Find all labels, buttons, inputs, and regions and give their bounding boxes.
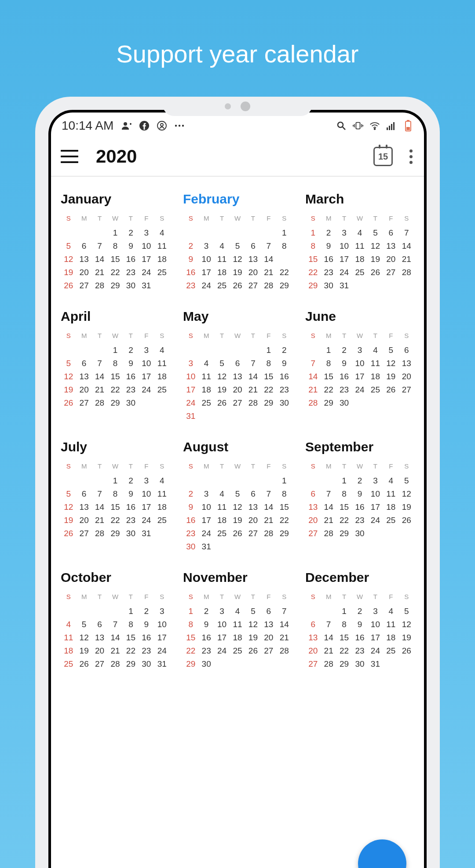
day-cell[interactable]: 19: [245, 631, 261, 644]
day-cell[interactable]: 12: [230, 501, 245, 514]
day-cell[interactable]: 6: [92, 618, 107, 631]
day-cell[interactable]: 4: [154, 474, 170, 487]
day-cell[interactable]: 16: [123, 253, 139, 266]
day-cell[interactable]: 26: [245, 644, 261, 657]
day-cell[interactable]: 27: [305, 527, 321, 540]
day-cell[interactable]: 27: [245, 527, 261, 540]
day-cell[interactable]: 16: [123, 370, 139, 383]
day-cell[interactable]: 18: [61, 644, 76, 657]
day-cell[interactable]: 6: [305, 618, 321, 631]
day-cell[interactable]: 29: [107, 396, 123, 410]
day-cell[interactable]: 19: [399, 501, 414, 514]
day-cell[interactable]: 15: [336, 501, 352, 514]
day-cell[interactable]: 30: [321, 279, 336, 292]
day-cell[interactable]: 7: [321, 618, 336, 631]
day-cell[interactable]: 20: [230, 383, 245, 396]
day-cell[interactable]: 25: [198, 396, 214, 410]
day-cell[interactable]: 9: [123, 357, 139, 370]
day-cell[interactable]: 20: [245, 514, 261, 527]
day-cell[interactable]: 3: [214, 605, 230, 618]
day-cell[interactable]: 19: [214, 383, 230, 396]
day-cell[interactable]: 9: [352, 487, 367, 501]
day-cell[interactable]: 4: [61, 618, 76, 631]
day-cell[interactable]: 29: [261, 396, 276, 410]
day-cell[interactable]: 7: [321, 487, 336, 501]
day-cell[interactable]: 28: [321, 527, 336, 540]
day-cell[interactable]: 12: [399, 618, 414, 631]
day-cell[interactable]: 28: [92, 527, 107, 540]
day-cell[interactable]: 23: [336, 383, 352, 396]
day-cell[interactable]: 7: [92, 240, 107, 253]
day-cell[interactable]: 3: [368, 605, 383, 618]
today-icon[interactable]: 15: [373, 147, 393, 166]
day-cell[interactable]: 14: [305, 370, 321, 383]
day-cell[interactable]: 9: [277, 357, 292, 370]
day-cell[interactable]: 10: [352, 357, 367, 370]
day-cell[interactable]: 14: [261, 253, 276, 266]
day-cell[interactable]: 24: [139, 266, 154, 279]
day-cell[interactable]: 8: [336, 618, 352, 631]
day-cell[interactable]: 1: [277, 474, 292, 487]
day-cell[interactable]: 19: [230, 266, 245, 279]
day-cell[interactable]: 19: [368, 253, 383, 266]
day-cell[interactable]: 3: [139, 226, 154, 240]
day-cell[interactable]: 28: [261, 279, 276, 292]
day-cell[interactable]: 26: [399, 644, 414, 657]
day-cell[interactable]: 17: [368, 501, 383, 514]
day-cell[interactable]: 5: [383, 344, 398, 357]
day-cell[interactable]: 27: [92, 657, 107, 671]
day-cell[interactable]: 30: [139, 657, 154, 671]
day-cell[interactable]: 6: [76, 487, 91, 501]
day-cell[interactable]: 21: [107, 644, 123, 657]
day-cell[interactable]: 12: [368, 240, 383, 253]
day-cell[interactable]: 15: [277, 501, 292, 514]
day-cell[interactable]: 13: [245, 501, 261, 514]
day-cell[interactable]: 27: [76, 279, 91, 292]
day-cell[interactable]: 20: [383, 253, 398, 266]
day-cell[interactable]: 2: [183, 487, 198, 501]
day-cell[interactable]: 4: [198, 357, 214, 370]
day-cell[interactable]: 21: [245, 383, 261, 396]
day-cell[interactable]: 24: [336, 266, 352, 279]
day-cell[interactable]: 6: [230, 357, 245, 370]
day-cell[interactable]: 22: [123, 644, 139, 657]
day-cell[interactable]: 25: [154, 266, 170, 279]
day-cell[interactable]: 21: [321, 514, 336, 527]
day-cell[interactable]: 31: [336, 279, 352, 292]
day-cell[interactable]: 24: [368, 514, 383, 527]
day-cell[interactable]: 19: [383, 370, 398, 383]
day-cell[interactable]: 12: [245, 618, 261, 631]
day-cell[interactable]: 6: [305, 487, 321, 501]
day-cell[interactable]: 2: [352, 605, 367, 618]
day-cell[interactable]: 15: [107, 501, 123, 514]
day-cell[interactable]: 25: [383, 514, 398, 527]
day-cell[interactable]: 13: [92, 631, 107, 644]
day-cell[interactable]: 4: [154, 226, 170, 240]
day-cell[interactable]: 30: [123, 396, 139, 410]
day-cell[interactable]: 30: [336, 396, 352, 410]
day-cell[interactable]: 25: [383, 644, 398, 657]
day-cell[interactable]: 9: [123, 240, 139, 253]
day-cell[interactable]: 17: [368, 631, 383, 644]
day-cell[interactable]: 3: [336, 226, 352, 240]
day-cell[interactable]: 3: [139, 344, 154, 357]
day-cell[interactable]: 9: [139, 618, 154, 631]
day-cell[interactable]: 18: [154, 370, 170, 383]
day-cell[interactable]: 8: [107, 487, 123, 501]
day-cell[interactable]: 1: [277, 226, 292, 240]
day-cell[interactable]: 7: [305, 357, 321, 370]
day-cell[interactable]: 4: [383, 605, 398, 618]
day-cell[interactable]: 6: [76, 357, 91, 370]
day-cell[interactable]: 14: [92, 501, 107, 514]
day-cell[interactable]: 9: [336, 357, 352, 370]
day-cell[interactable]: 21: [92, 514, 107, 527]
day-cell[interactable]: 13: [261, 618, 276, 631]
day-cell[interactable]: 14: [107, 631, 123, 644]
day-cell[interactable]: 3: [198, 487, 214, 501]
day-cell[interactable]: 7: [261, 487, 276, 501]
day-cell[interactable]: 25: [61, 657, 76, 671]
day-cell[interactable]: 29: [277, 279, 292, 292]
day-cell[interactable]: 14: [277, 618, 292, 631]
month-block[interactable]: OctoberSMTWTFS00001234567891011121314151…: [61, 570, 170, 671]
day-cell[interactable]: 4: [368, 344, 383, 357]
